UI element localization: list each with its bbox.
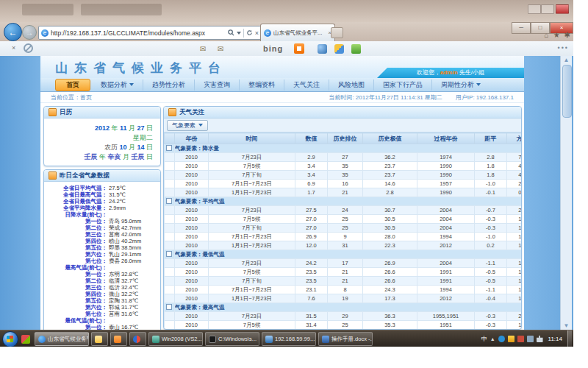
table-row[interactable]: 2010 7月23日 27.5 24 30.7 2004 -0.7 2.0: [165, 206, 523, 215]
search-icon[interactable]: [228, 29, 234, 36]
group-header-row[interactable]: 气象要素：平均气温: [165, 197, 523, 206]
table-row[interactable]: 2010 7月1日~7月23日 26.9 9 28.0 1994 -1.0 1.…: [165, 233, 523, 241]
bg-minimize-button[interactable]: [528, 4, 541, 14]
group-checkbox[interactable]: [166, 198, 172, 204]
bing-logo[interactable]: bing: [263, 44, 283, 53]
menu-item[interactable]: 趋势性分析: [148, 79, 195, 91]
table-row[interactable]: 2010 7月5候 27.0 25 30.5 2004 -0.3 1.6: [165, 215, 523, 224]
refresh-icon[interactable]: [246, 29, 253, 36]
overflow-dots-icon[interactable]: •••: [558, 44, 569, 52]
table-row[interactable]: 2010 7月23日 31.5 29 36.3 1955,1951 -0.3 2…: [165, 312, 523, 321]
table-row[interactable]: 2010 1月1日~7月23日 1.7 21 2.8 1990 -0.1 0.4: [165, 188, 523, 197]
table-row[interactable]: 2010 7月5候 23.5 21 26.6 1991 -0.5 1.6: [165, 268, 523, 277]
menu-item[interactable]: 风险地图: [334, 79, 374, 91]
stop-icon[interactable]: ×: [255, 29, 259, 37]
table-row[interactable]: 2010 7月23日 2.9 27 36.2 1974 2.8 7.6: [165, 153, 523, 162]
bg-maximize-button[interactable]: [541, 4, 554, 14]
column-header-extreme[interactable]: 历史极值: [363, 133, 417, 144]
menu-item[interactable]: 首页: [55, 79, 90, 91]
start-button[interactable]: [2, 331, 18, 347]
taskbar-clock[interactable]: 11:14: [548, 336, 562, 342]
table-row[interactable]: 2010 7月23日 24.2 17 26.9 2004 -1.1 1.8: [165, 259, 523, 268]
minimize-button[interactable]: ─: [512, 22, 531, 34]
table-row[interactable]: 2010 1月1日~7月23日 7.6 19 17.3 2012 -0.4 1.…: [165, 294, 523, 303]
cell-year: 2010: [175, 312, 209, 321]
menu-item[interactable]: 国家下行产品: [379, 79, 432, 91]
table-row[interactable]: 2010 7月5候 31.4 25 35.3 1951 -0.3 1.9: [165, 321, 523, 330]
vertical-scrollbar[interactable]: ▲ ▼: [560, 56, 572, 330]
column-header-variance[interactable]: 方差: [507, 133, 523, 144]
menu-item[interactable]: 数据分析: [96, 79, 143, 91]
favorites-star-icon[interactable]: ★: [553, 31, 560, 39]
weather-section-title-line: 最低气温(前七)：: [44, 317, 159, 324]
volume-icon[interactable]: [537, 336, 543, 342]
column-header-time[interactable]: 时间: [209, 133, 295, 144]
messenger-icon[interactable]: [318, 44, 327, 54]
taskbar-buttons: 山东省气候业务平... W: [35, 332, 375, 346]
url-text[interactable]: http://192.168.137.1/GLCCLIMATE/modules/…: [51, 29, 226, 37]
table-row[interactable]: 2010 7月下旬 23.5 21 26.6 1991 -0.5 1.6: [165, 277, 523, 286]
cell-process-year: 1994: [417, 233, 475, 241]
scrollbar-thumb[interactable]: [562, 65, 572, 118]
cell-time: 7月23日: [209, 259, 295, 268]
column-header-value[interactable]: 数值: [295, 133, 328, 144]
menu-item[interactable]: 周期性分析: [437, 79, 485, 91]
cell-value: 31.4: [295, 321, 328, 330]
pinned-app-icon[interactable]: [21, 335, 30, 344]
browser-tab[interactable]: e 山东省气候业务平... ×: [260, 24, 335, 41]
group-checkbox[interactable]: [166, 251, 172, 257]
address-bar[interactable]: e http://192.168.137.1/GLCCLIMATE/module…: [38, 26, 262, 40]
taskbar-window-button[interactable]: C:\Windows\s...: [205, 332, 259, 346]
show-desktop-button[interactable]: [567, 330, 572, 347]
column-header-process-year[interactable]: 过程年份: [417, 133, 475, 144]
table-row[interactable]: 2010 7月下旬 27.0 25 30.5 2004 -0.3 1.6: [165, 224, 523, 233]
tools-gear-icon[interactable]: ✱: [564, 31, 570, 39]
update-tray-icon[interactable]: [508, 336, 514, 342]
language-indicator[interactable]: 中: [481, 335, 487, 343]
group-header-row[interactable]: 气象要素：降水量: [165, 144, 523, 153]
bg-close-button[interactable]: [556, 4, 569, 14]
table-row[interactable]: 2010 7月1日~7月23日 23.1 8 24.3 1994 -1.1 1.…: [165, 286, 523, 294]
taskbar-window-button[interactable]: [129, 332, 146, 346]
mail-icon[interactable]: ✉: [200, 45, 206, 53]
menu-item[interactable]: 天气关注: [289, 79, 329, 91]
column-header-year[interactable]: 年份: [175, 133, 209, 144]
hidden-icons-arrow[interactable]: ▲: [490, 336, 495, 342]
taskbar-window-button[interactable]: [110, 332, 127, 346]
column-header-anomaly[interactable]: 距平: [475, 133, 507, 144]
flag-action-center-icon[interactable]: [517, 336, 524, 342]
table-row[interactable]: 2010 7月5候 3.4 35 23.7 1990 1.8 4.8: [165, 162, 523, 171]
new-tab-button[interactable]: [331, 27, 343, 38]
table-row[interactable]: 2010 1月1日~7月23日 12.0 31 22.3 2012 0.2 1.…: [165, 241, 523, 250]
menu-item[interactable]: 整编资料: [244, 79, 284, 91]
back-button[interactable]: ←: [4, 23, 22, 41]
taskbar-window-button[interactable]: [91, 332, 108, 346]
search-dropdown-icon[interactable]: [237, 32, 241, 35]
weather-rank-label: 第四位：: [44, 291, 107, 297]
home-icon[interactable]: ⌂: [545, 31, 549, 39]
table-row[interactable]: 2010 7月下旬 3.4 35 23.7 1990 1.8 4.8: [165, 171, 523, 180]
taskbar-window-button[interactable]: 操作手册.docx -...: [318, 332, 373, 346]
taskbar-window-button[interactable]: 192.168.59.99...: [262, 332, 316, 346]
table-row[interactable]: 2010 7月1日~7月23日 6.9 16 14.6 1957 -1.0 2.…: [165, 180, 523, 188]
element-filter-button[interactable]: 气象要素: [167, 120, 208, 131]
send-mail-icon[interactable]: ✉: [218, 45, 223, 53]
menu-item[interactable]: 灾害查询: [199, 79, 240, 91]
forward-button[interactable]: →: [22, 25, 37, 40]
group-checkbox[interactable]: [166, 304, 172, 310]
group-header-row[interactable]: 气象要素：最高气温: [165, 303, 523, 312]
close-addon-bar-icon[interactable]: ×: [12, 44, 15, 52]
scroll-down-icon[interactable]: ▼: [563, 322, 570, 329]
taskbar-window-button[interactable]: 山东省气候业务平...: [35, 332, 89, 346]
bing-app-icon[interactable]: [294, 43, 304, 54]
network-icon[interactable]: [527, 336, 534, 342]
cell-variance: 7.6: [507, 153, 523, 162]
column-header-rank[interactable]: 历史排位: [328, 133, 363, 144]
group-checkbox[interactable]: [166, 145, 172, 151]
addon-rocket-icon[interactable]: [334, 44, 344, 54]
addon-puzzle-icon[interactable]: [351, 44, 361, 54]
scroll-up-icon[interactable]: ▲: [563, 57, 570, 63]
taskbar-window-button[interactable]: Win2008 (VS2...: [148, 332, 203, 346]
messenger-tray-icon[interactable]: [498, 336, 505, 342]
group-header-row[interactable]: 气象要素：最低气温: [165, 250, 523, 259]
